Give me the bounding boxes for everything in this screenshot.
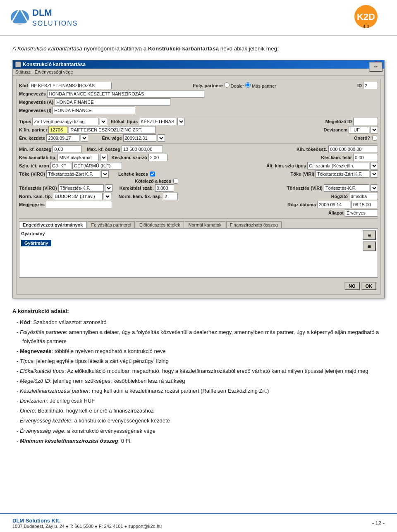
devizanem-value[interactable]: HUF	[349, 126, 369, 134]
norm-kam-tip-value[interactable]: BUBOR 3M (3 havi)	[53, 193, 103, 200]
megnevezes-a-value[interactable]: HONDA FINANCE	[55, 98, 170, 106]
toke-viro-value[interactable]: Tőketartozás-Zárt K.F.	[46, 170, 100, 178]
tipus-label: Típus	[19, 119, 31, 124]
edit-button[interactable]: ✏	[369, 62, 383, 72]
kfin-partner-name[interactable]: RAIFFEISEN ESZKÖZLÍZING ZRT.	[69, 126, 155, 134]
onero-checkbox[interactable]	[372, 136, 377, 141]
erv-vege-value[interactable]: 2009.12.31	[123, 134, 156, 142]
mas-partner-radio-label[interactable]: Más partner	[245, 82, 276, 88]
list-action-btn-2[interactable]: ≡	[363, 241, 376, 251]
erv-kezdete-select[interactable]: ▼	[81, 134, 88, 142]
torlesztes-viri-select[interactable]: ▼	[371, 184, 378, 192]
max-kf-value[interactable]: 13 500 000,00	[122, 146, 163, 153]
menu-erv-vege[interactable]: Érvényességi vége	[35, 69, 73, 74]
row-kod: Kód HF KÉSZLETFINANSZÍROZÁS Foly. partne…	[19, 82, 378, 89]
torlesztes-viri-value[interactable]: Törlesztés-K.F.	[324, 184, 369, 192]
megnevezes-i-value[interactable]: HONDA FINANCE	[53, 107, 135, 114]
kih-tke-label: Kih. tőkeössz.	[297, 147, 327, 152]
szla-tet-name[interactable]: GÉPJÁRMŰ (K.F)	[72, 162, 122, 169]
row-megnevezes-i: Megnevezés (I) HONDA FINANCE	[19, 107, 378, 114]
tab-elotorlesztes[interactable]: Előtörlesztés tételek	[136, 221, 184, 228]
kerekitesi-label: Kerekítési szab.	[120, 186, 154, 191]
tipus-value[interactable]: Zárt végű pénzügyi lízing	[32, 118, 98, 125]
desc-item-0: Kód: Szabadon választott azonosító	[17, 318, 385, 327]
torlesztes-viro-value[interactable]: Törlesztés-K.F.	[58, 184, 104, 192]
megjegyzes-value[interactable]	[46, 201, 112, 208]
id-value[interactable]: 2	[363, 82, 378, 89]
kotelezo-kezes-checkbox[interactable]	[173, 179, 178, 184]
dialog-title: Konstrukció karbantartása	[23, 62, 86, 67]
no-button[interactable]: NO	[344, 282, 360, 290]
tab-normal-kamatok[interactable]: Normál kamatok	[185, 221, 225, 228]
erv-kezdete-label: Érv. kezdete	[19, 136, 45, 141]
alt-kim-select[interactable]: ▼	[371, 162, 378, 169]
menu-status[interactable]: Státusz	[15, 69, 31, 74]
norm-fix-nap-value[interactable]: 2	[163, 193, 178, 200]
erv-kezdete-value[interactable]: 2009.09.17	[46, 134, 79, 142]
main-content: A Konstrukció karbantartása nyomógombra …	[0, 36, 397, 455]
erv-vege-select[interactable]: ▼	[158, 134, 165, 142]
desc-text-8: : Beállítható, hogy kell-e önerő a finan…	[35, 408, 154, 414]
tab-finanszirozas[interactable]: Finanszírozható összeg	[226, 221, 282, 228]
kes-szorzo-value[interactable]: 2,00	[148, 154, 167, 161]
min-kf-value[interactable]: 0,00	[53, 146, 81, 153]
megelozo-id-label: Megelőző ID	[325, 119, 352, 124]
kes-felar-value[interactable]: 0,00	[353, 154, 378, 161]
megelozo-id-value[interactable]	[353, 118, 378, 125]
tab-engedely[interactable]: Engedélyezett gyártmányok	[19, 221, 87, 228]
szla-tet-value[interactable]: GJ_KF	[50, 162, 71, 169]
svg-text:DLM: DLM	[32, 7, 52, 18]
list-action-btn-1[interactable]: ≡	[363, 230, 376, 240]
allapot-label: Állapot	[328, 210, 344, 215]
kes-kamatlab-value[interactable]: MNB alapkamat	[57, 154, 99, 161]
ok-button[interactable]: OK	[361, 282, 377, 290]
bottom-buttons: NO OK	[19, 280, 378, 292]
devizanem-select[interactable]: ▼	[371, 126, 378, 134]
form-container: Kód HF KÉSZLETFINANSZÍROZÁS Foly. partne…	[16, 79, 381, 295]
desc-item-6: Készletfinanszírozási partner: meg kell …	[17, 386, 385, 396]
desc-label-1: Folyósítás partnere	[20, 329, 66, 335]
gyartmany-active-label: Gyártmány	[21, 240, 51, 246]
lehet-kezes-checkbox[interactable]	[150, 172, 155, 177]
desc-text-0: : Szabadon választott azonosító	[30, 319, 106, 325]
megnevezes-a-label: Megnevezés (A)	[19, 100, 53, 105]
torlesztes-viro-select[interactable]: ▼	[105, 184, 112, 192]
kod-label: Kód	[19, 83, 28, 88]
edit-icon-area[interactable]: ✏	[369, 62, 383, 72]
mas-partner-radio[interactable]	[245, 82, 251, 88]
tab-folyositas[interactable]: Folyósítás partnerei	[88, 221, 135, 228]
row-kfin: K.fin. partner 12706 RAIFFEISEN ESZKÖZLÍ…	[19, 126, 378, 134]
svg-point-0	[11, 10, 29, 25]
megnevezes-i-label: Megnevezés (I)	[19, 108, 51, 113]
tipus-select[interactable]: ▼	[100, 118, 107, 125]
kerekitesi-value[interactable]: 0,000	[155, 184, 174, 192]
dealer-radio[interactable]	[224, 82, 230, 88]
elokal-select[interactable]: ▼	[177, 118, 185, 125]
footer-left: DLM Solutions Kft. 1037 Budapest, Zay u.…	[12, 518, 162, 529]
devizanem-label: Devizanem	[324, 127, 347, 132]
kih-tke-value[interactable]: 000 000 000,00	[328, 146, 378, 153]
toke-viro-select[interactable]: ▼	[101, 170, 109, 178]
description-title: A konstrukció adatai:	[12, 307, 385, 316]
kes-szorzo-label: Kés.kam. szorzó	[111, 155, 147, 160]
row-kamat: Kés.kamatláb típ. MNB alapkamat ▼ Kés.ka…	[19, 154, 378, 161]
toke-viri-value[interactable]: Tőketartozás-Zárt K.F.	[316, 170, 369, 178]
alt-kim-value[interactable]: Gj. számla (Készletfin.	[307, 162, 369, 169]
kes-felar-label: Kés.kam. felár	[321, 155, 352, 160]
desc-text-3: : jelenleg egyféle típus létezik a zárt …	[33, 358, 168, 364]
desc-text-1: : amennyiben a delaer, úgy a folyósítás …	[22, 329, 379, 344]
megnevezes-value[interactable]: HONDA FINANCE KÉSZLETFINANSZÍROZÁS	[47, 90, 204, 98]
dealer-radio-label[interactable]: Dealer	[224, 82, 244, 88]
page-header: DLM SOLUTIONS K2D 4.0	[0, 0, 397, 36]
toke-viri-select[interactable]: ▼	[371, 170, 378, 178]
tabs-row: Engedélyezett gyártmányok Folyósítás par…	[19, 221, 378, 228]
row-norm-kam: Norm. kam. típ. BUBOR 3M (3 havi) ▼ Norm…	[19, 193, 378, 200]
kfin-partner-id[interactable]: 12706	[48, 126, 67, 134]
kes-kamatlab-select[interactable]: ▼	[100, 154, 108, 161]
k2d-logo: K2D 4.0	[347, 4, 385, 31]
elokal-tipus-value[interactable]: KÉSZLETFINAS	[139, 118, 176, 125]
szla-tet-label: Szla. tét. azon	[19, 163, 49, 168]
desc-item-9: Érvényesség kezdete: a konstrukció érvén…	[17, 416, 385, 425]
norm-kam-select[interactable]: ▼	[104, 193, 111, 200]
footer-company: DLM Solutions Kft.	[12, 518, 162, 524]
